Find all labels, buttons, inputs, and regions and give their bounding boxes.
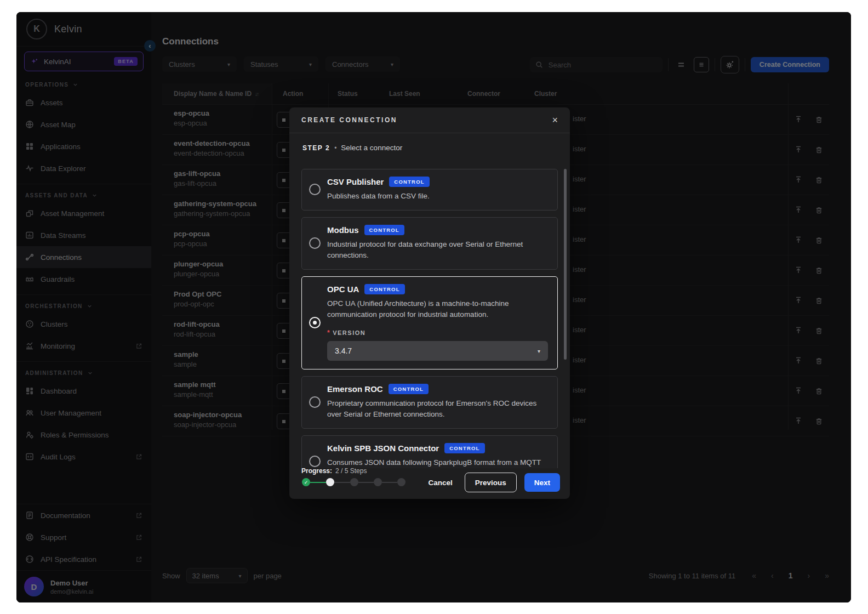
caret-down-icon: ▾ bbox=[538, 348, 540, 354]
radio-checked[interactable] bbox=[309, 317, 321, 328]
version-field-label: * VERSION bbox=[327, 329, 548, 337]
control-badge: CONTROL bbox=[389, 177, 429, 187]
next-button[interactable]: Next bbox=[524, 473, 560, 492]
connector-name: Kelvin SPB JSON Connector bbox=[327, 444, 439, 453]
connector-description: Publishes data from a CSV file. bbox=[327, 191, 548, 202]
control-badge: CONTROL bbox=[364, 284, 404, 294]
modal-footer: Progress: 2 / 5 Steps ✓ Cancel Previous … bbox=[289, 463, 570, 499]
control-badge: CONTROL bbox=[444, 443, 484, 453]
stepper-line bbox=[334, 482, 350, 483]
connector-option-csv-publisher[interactable]: CSV Publisher CONTROL Publishes data fro… bbox=[301, 169, 558, 211]
step-3-dot bbox=[350, 478, 358, 486]
step-4-dot bbox=[374, 478, 382, 486]
scrollbar-thumb[interactable] bbox=[564, 169, 567, 360]
step-5-dot bbox=[397, 478, 406, 486]
step-label: STEP 2 bbox=[302, 144, 330, 152]
step-description: Select a connector bbox=[341, 144, 402, 152]
connector-name: CSV Publisher bbox=[327, 177, 384, 186]
version-select[interactable]: 3.4.7 ▾ bbox=[327, 341, 548, 361]
step-1-dot-complete: ✓ bbox=[302, 478, 310, 486]
check-icon: ✓ bbox=[304, 480, 309, 485]
connector-description: OPC UA (Unified Architecture) is a machi… bbox=[327, 298, 548, 320]
step-2-dot-current bbox=[326, 478, 334, 486]
connector-options-list: CSV Publisher CONTROL Publishes data fro… bbox=[301, 162, 558, 468]
create-connection-modal: CREATE CONNECTION × STEP 2 • Select a co… bbox=[289, 107, 570, 499]
stepper-line bbox=[310, 482, 326, 483]
connector-name: Modbus bbox=[327, 225, 359, 235]
step-indicator: STEP 2 • Select a connector bbox=[302, 144, 402, 152]
modal-title: CREATE CONNECTION bbox=[301, 116, 397, 124]
previous-button[interactable]: Previous bbox=[465, 473, 517, 492]
progress-value: 2 / 5 Steps bbox=[335, 467, 367, 475]
radio-unchecked[interactable] bbox=[309, 237, 321, 249]
modal-header: CREATE CONNECTION × bbox=[289, 107, 570, 133]
control-badge: CONTROL bbox=[364, 225, 404, 235]
control-badge: CONTROL bbox=[389, 384, 429, 394]
connector-description: Proprietary communication protocol for E… bbox=[327, 398, 548, 420]
stepper-line bbox=[382, 482, 397, 483]
connector-description: Industrial protocol for data exchange ov… bbox=[327, 239, 548, 261]
cancel-button[interactable]: Cancel bbox=[424, 479, 456, 487]
connector-option-opc-ua[interactable]: OPC UA CONTROL OPC UA (Unified Architect… bbox=[301, 276, 558, 369]
progress-label: Progress: bbox=[301, 467, 332, 475]
required-asterisk: * bbox=[327, 329, 330, 337]
bullet-icon: • bbox=[334, 144, 336, 152]
version-value: 3.4.7 bbox=[335, 346, 352, 355]
radio-unchecked[interactable] bbox=[309, 184, 321, 195]
connector-name: OPC UA bbox=[327, 285, 359, 294]
connector-option-emerson-roc[interactable]: Emerson ROC CONTROL Proprietary communic… bbox=[301, 376, 558, 429]
close-icon[interactable]: × bbox=[552, 115, 558, 125]
stepper-line bbox=[358, 482, 374, 483]
progress-stepper: ✓ bbox=[301, 477, 422, 487]
connector-option-modbus[interactable]: Modbus CONTROL Industrial protocol for d… bbox=[301, 217, 558, 270]
page: K Kelvin KelvinAI BETA OPERATIONS Assets bbox=[0, 0, 868, 614]
connector-name: Emerson ROC bbox=[327, 384, 383, 394]
radio-unchecked[interactable] bbox=[309, 396, 321, 408]
